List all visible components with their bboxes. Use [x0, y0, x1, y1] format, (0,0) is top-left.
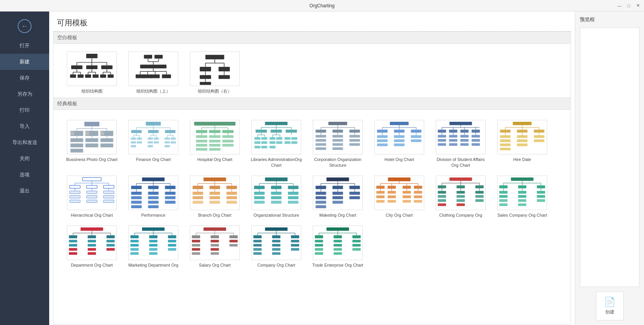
sidebar-item-new[interactable]: 新建	[0, 54, 49, 70]
svg-rect-135	[222, 144, 234, 147]
template-item-t15[interactable]: Clothing Company Org	[430, 172, 491, 222]
svg-rect-519	[253, 252, 262, 255]
app-title: OrgCharting	[309, 3, 334, 8]
svg-rect-163	[261, 141, 267, 144]
svg-rect-537	[334, 248, 342, 251]
svg-rect-419	[511, 177, 534, 181]
svg-rect-234	[449, 139, 458, 142]
close-button[interactable]: ✕	[635, 3, 641, 9]
template-label-blank2: 组织结构图（上）	[136, 88, 170, 94]
sidebar-item-save[interactable]: 保存	[0, 70, 49, 86]
svg-rect-449	[88, 235, 96, 239]
svg-rect-442	[81, 227, 103, 231]
template-item-t13[interactable]: Maketing Org Chart	[307, 172, 368, 222]
svg-rect-498	[211, 248, 219, 251]
sidebar-item-close[interactable]: 关闭	[0, 151, 49, 167]
svg-rect-236	[471, 139, 480, 142]
template-label-t5: Corporation Organization Structure	[311, 157, 365, 168]
sidebar-item-open[interactable]: 打开	[0, 38, 49, 54]
svg-rect-318	[193, 192, 203, 195]
svg-rect-439	[537, 199, 545, 202]
svg-rect-222	[449, 130, 458, 133]
sidebar-item-quit[interactable]: 退出	[0, 183, 49, 199]
svg-rect-130	[196, 140, 207, 143]
template-item-t7[interactable]: Division of Student Affairs Org Chart	[430, 116, 491, 172]
template-item-blank2[interactable]: 组织结构图（上）	[123, 48, 184, 98]
svg-rect-194	[390, 122, 409, 125]
svg-rect-396	[450, 177, 472, 181]
template-item-t9[interactable]: Hierarchical Org Chart	[61, 172, 123, 222]
svg-rect-0	[86, 54, 97, 58]
svg-rect-319	[209, 192, 220, 195]
sidebar-item-export[interactable]: 导出和发送	[0, 134, 49, 151]
template-item-t2[interactable]: Finance Org Chart	[123, 116, 184, 172]
template-item-t11[interactable]: Branch Org Chart	[184, 172, 246, 222]
svg-rect-107	[137, 141, 142, 144]
svg-rect-20	[93, 75, 99, 78]
sidebar-item-options[interactable]: 选项	[0, 167, 49, 183]
svg-rect-115	[194, 122, 236, 126]
svg-rect-334	[271, 186, 281, 189]
template-item-blank1[interactable]: 组织结构图	[61, 48, 123, 98]
template-item-blank3[interactable]: 组织结构图（右）	[184, 48, 246, 98]
svg-rect-425	[499, 185, 508, 188]
template-item-t14[interactable]: City Org Chart	[368, 172, 430, 222]
svg-rect-24	[100, 75, 106, 78]
template-item-t20[interactable]: Company Org Chart	[246, 222, 307, 272]
app-body: ← 打开 新建 保存 另存为 打印 导入 导出和发送 关闭 选项 退出 可用模板…	[0, 12, 644, 325]
svg-rect-290	[148, 186, 158, 189]
back-button[interactable]: ←	[0, 15, 49, 38]
sidebar-item-print[interactable]: 打印	[0, 102, 49, 118]
template-item-t8[interactable]: Hire Date	[491, 116, 553, 172]
svg-rect-253	[517, 135, 527, 138]
svg-rect-494	[192, 244, 200, 247]
template-item-t12[interactable]: Organizational Structure	[246, 172, 307, 222]
svg-rect-214	[450, 122, 472, 125]
svg-rect-360	[315, 192, 326, 195]
svg-rect-105	[171, 138, 176, 140]
svg-rect-348	[327, 177, 349, 181]
svg-rect-490	[229, 235, 238, 239]
svg-rect-492	[211, 240, 219, 242]
template-item-t6[interactable]: Hotel Org Chart	[368, 116, 430, 172]
template-item-t17[interactable]: Department Org Chart	[61, 222, 123, 272]
sidebar-item-import[interactable]: 导入	[0, 118, 49, 134]
template-label-blank1: 组织结构图	[81, 88, 103, 94]
svg-rect-223	[460, 130, 469, 133]
svg-rect-455	[88, 244, 96, 247]
svg-rect-340	[271, 192, 281, 195]
svg-rect-268	[70, 185, 80, 188]
template-item-t18[interactable]: Marketing Department Org	[123, 222, 184, 272]
minimize-button[interactable]: —	[616, 3, 622, 9]
svg-rect-491	[192, 240, 200, 242]
svg-rect-76	[85, 144, 98, 148]
svg-rect-75	[70, 144, 83, 148]
svg-rect-6	[86, 65, 97, 69]
svg-rect-229	[438, 135, 446, 138]
svg-rect-168	[254, 146, 261, 149]
svg-rect-342	[254, 196, 264, 199]
template-item-t19[interactable]: Salary Org Chart	[184, 222, 246, 272]
content-area: 可用模板 空白模板	[49, 12, 575, 325]
template-item-t3[interactable]: Hospital Org Chart	[184, 116, 246, 172]
svg-rect-321	[193, 196, 203, 199]
sidebar-item-saveas[interactable]: 另存为	[0, 86, 49, 102]
template-item-t10[interactable]: Performance	[123, 172, 184, 222]
svg-rect-121	[196, 130, 207, 133]
svg-rect-509	[291, 235, 299, 239]
template-item-t4[interactable]: Libraries AdministrationOrg Chart	[246, 116, 307, 172]
svg-rect-209	[377, 139, 387, 142]
restore-button[interactable]: □	[626, 3, 632, 9]
template-item-t5[interactable]: Corporation Organization Structure	[307, 116, 368, 172]
svg-rect-516	[253, 248, 262, 251]
svg-rect-240	[471, 143, 480, 146]
template-scroll[interactable]: 空白模板	[53, 31, 571, 325]
template-thumb-t14	[374, 176, 424, 210]
template-item-t21[interactable]: Trade Enterprise Org Chart	[307, 222, 368, 272]
svg-rect-302	[148, 201, 158, 204]
create-button[interactable]: 📄 创建	[596, 292, 624, 320]
svg-rect-164	[269, 141, 276, 144]
template-item-t16[interactable]: Sales Company Org Chart	[491, 172, 553, 222]
template-item-t1[interactable]: Bussiness Photo Org Chart	[61, 116, 123, 172]
svg-rect-137	[209, 148, 220, 151]
